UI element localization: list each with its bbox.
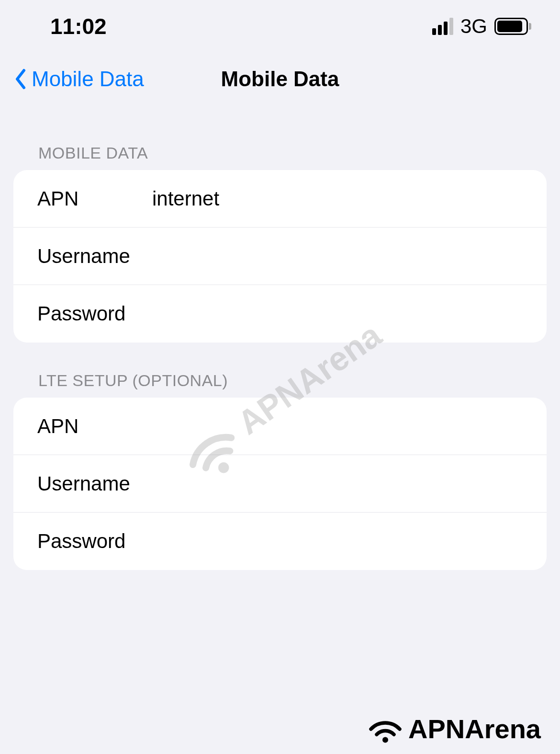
apn-input[interactable] (152, 187, 523, 210)
section-header-mobile-data: Mobile Data (0, 115, 560, 170)
username-label: Username (37, 245, 152, 268)
lte-apn-label: APN (37, 415, 152, 438)
network-type: 3G (460, 15, 487, 38)
password-input[interactable] (152, 302, 523, 325)
password-row[interactable]: Password (13, 285, 547, 343)
status-indicators: 3G (432, 15, 531, 38)
username-row[interactable]: Username (13, 228, 547, 285)
wifi-icon (366, 715, 404, 743)
username-input[interactable] (152, 245, 523, 268)
apn-row[interactable]: APN (13, 170, 547, 228)
watermark-bottom: APNArena (366, 713, 541, 744)
mobile-data-group: APN Username Password (13, 170, 547, 343)
back-button[interactable]: Mobile Data (14, 67, 144, 91)
password-label: Password (37, 302, 152, 325)
lte-apn-row[interactable]: APN (13, 398, 547, 455)
back-label: Mobile Data (32, 67, 144, 91)
lte-password-label: Password (37, 530, 152, 553)
signal-icon (432, 18, 453, 35)
lte-apn-input[interactable] (152, 415, 523, 438)
lte-username-row[interactable]: Username (13, 455, 547, 513)
lte-username-input[interactable] (152, 472, 523, 495)
battery-icon (494, 18, 531, 35)
apn-label: APN (37, 187, 152, 210)
section-header-lte: LTE Setup (Optional) (0, 343, 560, 398)
lte-password-input[interactable] (152, 530, 523, 553)
navigation-bar: Mobile Data Mobile Data (0, 48, 560, 115)
status-bar: 11:02 3G (0, 0, 560, 48)
lte-username-label: Username (37, 472, 152, 495)
status-time: 11:02 (50, 13, 107, 39)
lte-password-row[interactable]: Password (13, 513, 547, 570)
chevron-left-icon (14, 69, 26, 90)
watermark-bottom-text: APNArena (408, 713, 541, 744)
svg-point-1 (382, 737, 388, 743)
lte-group: APN Username Password (13, 398, 547, 570)
page-title: Mobile Data (221, 67, 339, 91)
